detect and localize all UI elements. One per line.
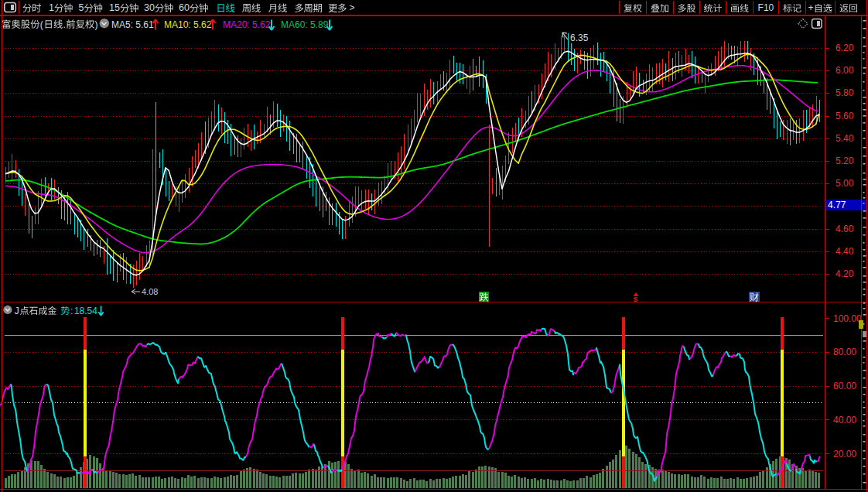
svg-text:5.60: 5.60 [836,111,854,121]
svg-text:30: 30 [144,2,155,13]
svg-text:6.35: 6.35 [570,32,589,43]
svg-text:20.00: 20.00 [833,449,856,460]
svg-text:): ) [95,19,98,30]
svg-text:MA5: 5.61: MA5: 5.61 [111,19,154,30]
svg-text:6.00: 6.00 [836,65,854,76]
svg-text:F10: F10 [758,2,774,13]
svg-text:4.20: 4.20 [836,268,854,279]
svg-text:+: + [808,2,814,13]
svg-text:MA10: 5.62: MA10: 5.62 [164,19,212,30]
svg-text:5.80: 5.80 [836,87,854,98]
svg-text:J: J [15,306,19,316]
svg-text:60: 60 [179,2,190,13]
svg-text:80.00: 80.00 [833,347,856,357]
svg-text:6.20: 6.20 [836,43,854,53]
svg-text:.: . [63,19,66,30]
svg-text:MA20: 5.62: MA20: 5.62 [223,19,271,30]
svg-text:(: ( [40,19,43,30]
svg-text:40.00: 40.00 [833,415,856,425]
svg-text:100.00: 100.00 [833,313,862,324]
svg-text:>: > [350,2,355,13]
svg-text:4.60: 4.60 [836,224,854,234]
svg-text:18.54: 18.54 [74,306,97,316]
svg-text::: : [70,306,73,316]
svg-text:MA60: 5.89: MA60: 5.89 [281,19,329,30]
svg-text:15: 15 [109,2,120,13]
svg-text:5.00: 5.00 [836,178,854,189]
svg-text:4.77: 4.77 [828,200,846,210]
svg-text:4.08: 4.08 [142,287,158,296]
svg-text:5.40: 5.40 [836,133,854,144]
svg-text:5: 5 [79,2,84,13]
svg-text:4.40: 4.40 [836,246,854,257]
svg-text:1: 1 [49,2,54,13]
svg-text:5.20: 5.20 [836,155,854,166]
svg-text:60.00: 60.00 [833,381,856,391]
